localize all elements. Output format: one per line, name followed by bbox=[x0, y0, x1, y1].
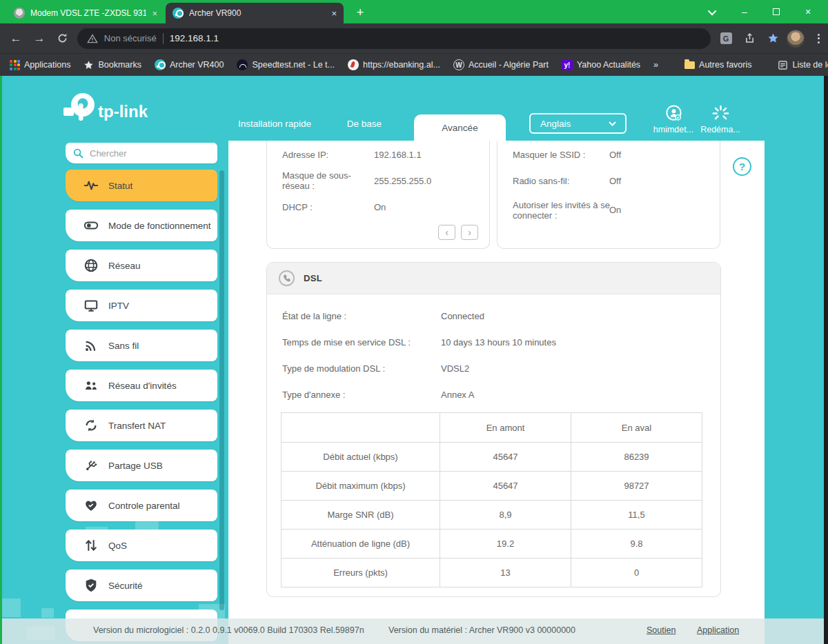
dsl-info-row: Type d'annexe : Annex A bbox=[282, 381, 705, 407]
heart-icon bbox=[82, 498, 100, 513]
browser-menu-button[interactable] bbox=[809, 29, 828, 48]
language-dropdown[interactable]: Anglais bbox=[529, 113, 627, 134]
address-bar[interactable]: Non sécurisé 192.168.1.1 bbox=[77, 28, 711, 49]
dsl-section-card: DSL État de la ligne : Connected Temps d… bbox=[266, 262, 721, 597]
bookmark-label: Liste de lecture bbox=[792, 60, 828, 70]
bookmark-accueil-algerie[interactable]: W Accueil - Algérie Part bbox=[453, 59, 549, 70]
support-link[interactable]: Soutien bbox=[647, 625, 676, 635]
sidebar-item-transfert-nat[interactable]: Transfert NAT bbox=[66, 410, 217, 441]
bookmark-label: https://ebanking.al... bbox=[363, 60, 440, 70]
sidebar-item-label: Statut bbox=[108, 181, 132, 191]
bookmark-archer-vr400[interactable]: Archer VR400 bbox=[155, 59, 224, 70]
back-button[interactable]: ← bbox=[4, 27, 28, 50]
reading-list-button[interactable]: Liste de lecture bbox=[778, 60, 828, 70]
sidebar-item-qos[interactable]: QoS bbox=[66, 530, 217, 561]
language-value: Anglais bbox=[540, 119, 608, 129]
lan-status-card: Adresse IP: 192.168.1.1 Masque de sous-r… bbox=[266, 141, 490, 249]
tab-archer-vr900[interactable]: Archer VR900 × bbox=[166, 3, 344, 23]
bookmarks-overflow-button[interactable]: » bbox=[653, 60, 658, 70]
dsl-info-row: Temps de mise en service DSL : 10 days 1… bbox=[282, 329, 705, 355]
field-label: Radio sans-fil: bbox=[513, 176, 569, 186]
dsl-info-rows: État de la ligne : Connected Temps de mi… bbox=[267, 294, 720, 407]
card-pager: ‹ › bbox=[438, 225, 478, 240]
sidebar-item-iptv[interactable]: IPTV bbox=[66, 290, 217, 321]
close-button[interactable]: × bbox=[792, 0, 824, 23]
sidebar-item-label: Réseau d'invités bbox=[108, 381, 177, 391]
sidebar-item-statut[interactable]: Statut bbox=[66, 170, 217, 201]
reboot-button[interactable]: Redéma... bbox=[697, 103, 744, 134]
reload-button[interactable] bbox=[51, 27, 75, 50]
help-button[interactable]: ? bbox=[733, 157, 751, 176]
sidebar-item-reseau-invites[interactable]: Réseau d'invités bbox=[66, 370, 217, 401]
field-value: Off bbox=[609, 176, 621, 186]
tab-close-icon[interactable]: × bbox=[331, 8, 337, 19]
account-label: hmimdet... bbox=[653, 125, 693, 134]
other-bookmarks-button[interactable]: Autres favoris bbox=[684, 60, 751, 70]
nav-installation-rapide[interactable]: Installation rapide bbox=[228, 119, 322, 129]
table-cell: 86239 bbox=[571, 443, 702, 472]
bookmark-speedtest[interactable]: Speedtest.net - Le t... bbox=[237, 59, 335, 70]
wifi-icon bbox=[82, 338, 100, 353]
sidebar-item-sans-fil[interactable]: Sans fil bbox=[66, 330, 217, 361]
pager-prev-button[interactable]: ‹ bbox=[438, 225, 455, 240]
security-label[interactable]: Non sécurisé bbox=[104, 33, 157, 43]
bookmarks-bar: Applications Bookmarks Archer VR400 Spee… bbox=[0, 53, 828, 76]
sidebar-item-controle-parental[interactable]: Controle parental bbox=[66, 490, 217, 521]
forward-button[interactable]: → bbox=[28, 27, 51, 50]
sidebar-item-label: Transfert NAT bbox=[108, 421, 166, 431]
tab-title: Archer VR900 bbox=[189, 8, 326, 18]
field-value: Off bbox=[609, 150, 621, 160]
account-button[interactable]: hmimdet... bbox=[650, 103, 697, 134]
minimize-button[interactable]: – bbox=[729, 0, 760, 23]
bookmark-star-button[interactable] bbox=[763, 29, 782, 48]
application-link[interactable]: Application bbox=[697, 625, 739, 635]
table-cell: 45647 bbox=[440, 443, 571, 472]
sidebar-item-mode-fonctionnement[interactable]: Mode de fonctionnement bbox=[66, 210, 217, 241]
bookmark-bookmarks[interactable]: Bookmarks bbox=[83, 60, 141, 70]
maximize-button[interactable] bbox=[760, 0, 792, 23]
bookmark-ebanking[interactable]: https://ebanking.al... bbox=[348, 59, 440, 70]
nav-de-base[interactable]: De base bbox=[337, 119, 392, 129]
bookmark-applications[interactable]: Applications bbox=[10, 60, 70, 70]
field-label: Autoriser les invités à se connecter : bbox=[513, 200, 616, 221]
window-menu-button[interactable] bbox=[697, 0, 729, 23]
table-cell: Débit maximum (kbps) bbox=[282, 472, 440, 501]
nav-avancee-active-tab[interactable]: Avancée bbox=[414, 114, 506, 141]
sidebar-scrollbar[interactable] bbox=[219, 170, 224, 610]
field-label: Adresse IP: bbox=[282, 150, 328, 160]
url-text[interactable]: 192.168.1.1 bbox=[170, 33, 219, 43]
tab-strip: Modem VDSL ZTE -ZXDSL 931W × Archer VR90… bbox=[0, 0, 828, 23]
table-cell: 11,5 bbox=[571, 501, 702, 530]
sidebar-item-reseau[interactable]: Réseau bbox=[66, 250, 217, 281]
translate-button[interactable]: G bbox=[716, 29, 736, 48]
sidebar-item-label: Réseau bbox=[108, 261, 141, 271]
guests-icon bbox=[82, 378, 100, 393]
dsl-stats-table: En amont En aval Débit actuel (kbps) 456… bbox=[281, 412, 702, 587]
bookmark-yahoo[interactable]: y! Yahoo Actualités bbox=[562, 59, 640, 70]
tab-close-icon[interactable]: × bbox=[152, 8, 157, 19]
maximize-icon bbox=[773, 8, 780, 15]
bookmark-label: Applications bbox=[24, 60, 70, 70]
table-cell: 0 bbox=[571, 559, 702, 587]
table-cell: Atténuation de ligne (dB) bbox=[282, 530, 440, 559]
new-tab-button[interactable]: + bbox=[351, 3, 370, 22]
sidebar-item-partage-usb[interactable]: Partage USB bbox=[66, 450, 217, 481]
table-header-row: En amont En aval bbox=[282, 413, 702, 443]
pager-next-button[interactable]: › bbox=[461, 225, 478, 240]
apps-grid-icon bbox=[10, 60, 20, 70]
sidebar-search[interactable] bbox=[66, 143, 217, 163]
table-cell: Marge SNR (dB) bbox=[282, 501, 440, 530]
phone-circle-icon bbox=[278, 270, 295, 287]
search-input[interactable] bbox=[90, 148, 200, 159]
tab-modem-vdsl[interactable]: Modem VDSL ZTE -ZXDSL 931W × bbox=[7, 3, 164, 23]
kebab-menu-icon bbox=[818, 34, 820, 43]
decor-square bbox=[41, 608, 54, 618]
sidebar-item-securite[interactable]: Sécurité bbox=[66, 570, 217, 601]
field-label: Type d'annexe : bbox=[282, 390, 441, 400]
tab-title: Modem VDSL ZTE -ZXDSL 931W bbox=[30, 8, 146, 18]
reboot-icon bbox=[697, 103, 744, 123]
firmware-version: Version du micrologiciel : 0.2.0 0.9.1 v… bbox=[93, 625, 364, 635]
profile-avatar[interactable] bbox=[787, 30, 805, 48]
field-value: On bbox=[374, 202, 386, 212]
share-button[interactable] bbox=[740, 29, 759, 48]
